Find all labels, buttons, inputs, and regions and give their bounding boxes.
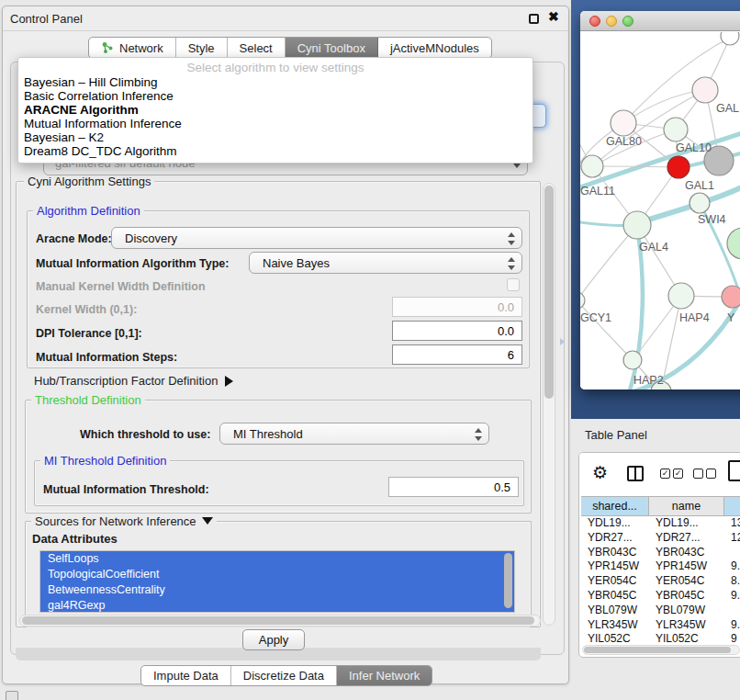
- network-node-gcy1[interactable]: [580, 292, 585, 309]
- network-label-gcy1: GCY1: [580, 311, 611, 324]
- list-item-topologicalcoefficient[interactable]: TopologicalCoefficient: [40, 567, 514, 582]
- network-label-gal1: GAL1: [685, 179, 714, 192]
- mi-algorithm-type-combo[interactable]: Naive Bayes: [249, 252, 522, 274]
- mi-threshold-label: Mutual Information Threshold:: [43, 483, 209, 496]
- threshold-definition-title: Threshold Definition: [31, 393, 145, 407]
- hub-section-toggle[interactable]: Hub/Transcription Factor Definition: [34, 374, 233, 388]
- dropdown-item-mutual-information[interactable]: Mutual Information Inference: [24, 117, 182, 130]
- table-row[interactable]: YPR145WYPR145W9.: [581, 559, 740, 574]
- scrollbar-thumb[interactable]: [584, 647, 731, 653]
- select-all-checks-icon[interactable]: ✓✓: [660, 469, 683, 479]
- network-view-window: GAL GAL80 GAL10 GAL1 GAL11 SWI4 GAL4 GCY…: [580, 11, 740, 390]
- titlebar-divider: [3, 30, 568, 31]
- dropdown-item-dream8[interactable]: Dream8 DC_TDC Algorithm: [24, 144, 177, 158]
- tab-network[interactable]: Network: [89, 38, 176, 58]
- column-header-extra[interactable]: [724, 496, 740, 516]
- list-item-betweennesscentrality[interactable]: BetweennessCentrality: [40, 582, 514, 598]
- table-row[interactable]: YER054CYER054C8.: [581, 574, 740, 589]
- list-item-selfloops[interactable]: SelfLoops: [40, 551, 514, 567]
- apply-button[interactable]: Apply: [242, 629, 305, 650]
- table-row[interactable]: YBR045CYBR045C9.: [581, 589, 740, 604]
- table-row[interactable]: YBL079WYBL079W: [581, 604, 740, 618]
- mini-window-icon[interactable]: [6, 691, 18, 700]
- network-node-gal4[interactable]: [623, 211, 651, 239]
- network-window-titlebar[interactable]: [580, 11, 740, 31]
- cyni-mode-tabbar: Impute Data Discretize Data Infer Networ…: [140, 665, 432, 686]
- tab-style[interactable]: Style: [176, 38, 228, 58]
- settings-vertical-scrollbar[interactable]: [543, 183, 555, 626]
- tab-jactivemnodules[interactable]: jActiveMNodules: [378, 38, 491, 58]
- table-panel-region: Table Panel ⚙ ✓✓ shared... name YDL19...…: [571, 419, 740, 700]
- columns-icon[interactable]: [627, 466, 644, 481]
- network-node-green-right[interactable]: [727, 228, 740, 259]
- mi-threshold-input[interactable]: 0.5: [388, 477, 519, 497]
- network-label-gal4: GAL4: [639, 241, 668, 254]
- tab-select[interactable]: Select: [228, 38, 286, 58]
- network-node-y[interactable]: [722, 286, 740, 308]
- float-window-icon[interactable]: [529, 14, 539, 24]
- dropdown-item-basic-correlation[interactable]: Basic Correlation Inference: [24, 89, 174, 103]
- deselect-checkboxes-icon[interactable]: [693, 469, 716, 479]
- kernel-width-input[interactable]: 0.0: [392, 297, 522, 317]
- settings-horizontal-scrollbar[interactable]: [19, 615, 541, 627]
- table-body: YDL19...YDL19...13 YDR27...YDR27...12 YB…: [581, 516, 740, 647]
- network-node-gal1-selected[interactable]: [667, 156, 690, 178]
- dpi-tolerance-input[interactable]: 0.0: [392, 321, 522, 341]
- screen: Control Panel ✖ Network Style Select: [0, 0, 740, 700]
- bottom-tab-infer-network[interactable]: Infer Network: [337, 666, 432, 685]
- which-threshold-combo[interactable]: MI Threshold: [219, 423, 489, 445]
- network-canvas[interactable]: GAL GAL80 GAL10 GAL1 GAL11 SWI4 GAL4 GCY…: [580, 32, 740, 390]
- manual-kernel-width-checkbox[interactable]: [507, 278, 520, 291]
- network-node-gal80[interactable]: [611, 110, 636, 136]
- table-row[interactable]: YDL19...YDL19...13: [581, 516, 740, 531]
- which-threshold-label: Which threshold to use:: [80, 428, 210, 441]
- table-horizontal-scrollbar[interactable]: [582, 645, 740, 655]
- table-row[interactable]: YLR345WYLR345W9.: [581, 618, 740, 633]
- file-icon[interactable]: [728, 460, 740, 481]
- network-node-hap2[interactable]: [623, 351, 642, 369]
- network-tab-icon: [101, 41, 114, 54]
- list-scrollbar[interactable]: [504, 553, 512, 608]
- splitter-collapse-icon[interactable]: [560, 338, 565, 345]
- network-node-gal[interactable]: [692, 77, 718, 103]
- bottom-tab-impute-data[interactable]: Impute Data: [141, 666, 231, 685]
- dropdown-item-bayesian-k2[interactable]: Bayesian – K2: [24, 130, 104, 144]
- network-node-unlabeled[interactable]: [721, 32, 739, 45]
- dropdown-item-bayesian-hill-climbing[interactable]: Bayesian – Hill Climbing: [24, 75, 158, 89]
- network-graph: [580, 32, 740, 390]
- scrollbar-thumb[interactable]: [22, 616, 534, 625]
- gear-icon[interactable]: ⚙: [592, 462, 608, 483]
- scrollbar-thumb[interactable]: [544, 186, 554, 399]
- network-node-swi4[interactable]: [690, 193, 710, 213]
- aracne-mode-label: Aracne Mode:: [36, 232, 112, 245]
- table-row[interactable]: YBR043CYBR043C: [581, 546, 740, 560]
- dropdown-placeholder: Select algorithm to view settings: [18, 61, 533, 74]
- mi-steps-label: Mutual Information Steps:: [36, 351, 177, 364]
- tab-cyni-toolbox[interactable]: Cyni Toolbox: [286, 38, 378, 58]
- network-label-gal10: GAL10: [676, 141, 712, 154]
- network-node-hap4[interactable]: [668, 283, 694, 309]
- sources-group-title[interactable]: Sources for Network Inference: [31, 514, 217, 528]
- algorithm-definition-title: Algorithm Definition: [33, 204, 144, 218]
- dropdown-item-aracne[interactable]: ARACNE Algorithm: [24, 103, 139, 117]
- dpi-tolerance-label: DPI Tolerance [0,1]:: [36, 327, 142, 340]
- bottom-tab-discretize-data[interactable]: Discretize Data: [231, 666, 337, 685]
- list-item-gal4rgexp[interactable]: gal4RGexp: [40, 598, 514, 613]
- column-header-name[interactable]: name: [649, 496, 724, 516]
- window-close-traffic-button[interactable]: [589, 16, 600, 27]
- window-minimize-traffic-button[interactable]: [606, 16, 617, 27]
- table-row[interactable]: YDR27...YDR27...12: [581, 531, 740, 546]
- tab-network-label: Network: [119, 41, 163, 55]
- control-panel-tabbar: Network Style Select Cyni Toolbox jActiv…: [88, 37, 492, 59]
- control-panel-window: Control Panel ✖ Network Style Select: [2, 6, 569, 684]
- column-header-shared[interactable]: shared...: [581, 496, 649, 516]
- combo-stepper-icon: [474, 427, 482, 442]
- aracne-mode-combo[interactable]: Discovery: [111, 227, 522, 249]
- network-node-gal11[interactable]: [581, 155, 603, 177]
- window-zoom-traffic-button[interactable]: [622, 16, 633, 27]
- data-attributes-list: SelfLoops TopologicalCoefficient Between…: [39, 550, 515, 613]
- network-node-gal10[interactable]: [664, 118, 688, 141]
- algorithm-dropdown: Select algorithm to view settings Bayesi…: [17, 57, 533, 164]
- mi-steps-input[interactable]: 6: [392, 344, 522, 365]
- close-icon[interactable]: ✖: [548, 9, 559, 24]
